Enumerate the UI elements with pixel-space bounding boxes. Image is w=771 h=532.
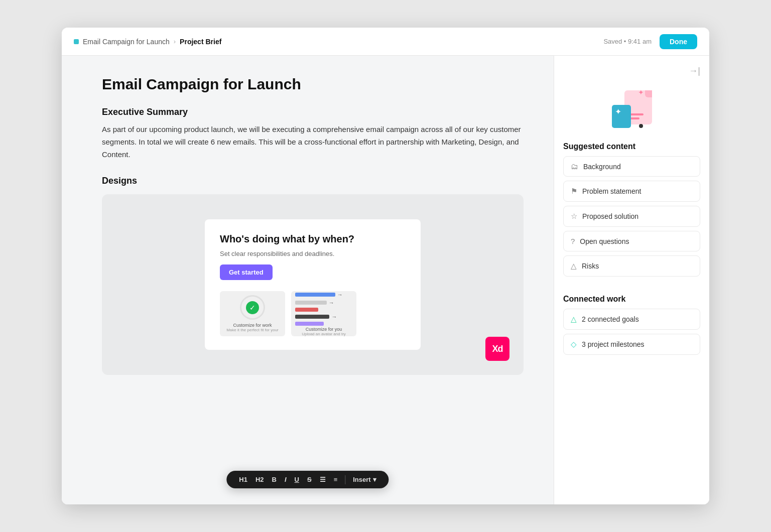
thumb2-sublabel: Upload an avatar and try — [302, 332, 346, 336]
design-card-subtext: Set clear responsibilities and deadlines… — [220, 250, 406, 257]
executive-summary-text: As part of our upcoming product launch, … — [102, 123, 524, 161]
bar-row-4: → — [295, 314, 352, 320]
thumb-check-icon: ✓ — [246, 301, 259, 314]
problem-label: Problem statement — [582, 187, 641, 195]
bar-row-1: → — [295, 292, 352, 298]
strikethrough-button[interactable]: S — [305, 475, 314, 484]
xd-badge: Xd — [485, 337, 509, 361]
bar-dark — [295, 315, 329, 319]
bullet-list-button[interactable]: ☰ — [317, 475, 328, 484]
problem-icon: ⚑ — [571, 187, 577, 196]
designs-heading: Designs — [102, 176, 524, 186]
illustration-card: ✦ — [612, 105, 631, 128]
arrow-1: → — [337, 292, 343, 298]
current-page-label: Project Brief — [180, 38, 221, 46]
h1-button[interactable]: H1 — [236, 475, 250, 484]
document-title: Email Campaign for Launch — [102, 76, 524, 93]
milestones-label: 3 project milestones — [582, 340, 645, 348]
bar-purple — [295, 322, 324, 326]
sidebar-illustration: ✦ ✦ — [563, 90, 700, 128]
executive-summary-heading: Executive Summary — [102, 107, 524, 117]
connected-work-label: Connected work — [563, 295, 700, 304]
connected-milestones-item[interactable]: ◇ 3 project milestones — [563, 334, 700, 355]
proposed-icon: ☆ — [571, 212, 577, 221]
illustration-doc-corner — [645, 90, 652, 97]
design-card-heading: Who's doing what by when? — [220, 233, 406, 245]
body: Email Campaign for Launch Executive Summ… — [62, 56, 709, 504]
sidebar-item-open-questions[interactable]: ? Open questions — [563, 231, 700, 251]
milestones-icon: ◇ — [571, 340, 577, 349]
ordered-list-button[interactable]: ≡ — [331, 475, 340, 484]
bar-gray — [295, 301, 327, 305]
bar-row-2: → — [295, 300, 352, 306]
saved-status: Saved • 9:41 am — [603, 38, 652, 45]
illustration-dot — [639, 124, 643, 128]
connected-work-section: Connected work △ 2 connected goals ◇ 3 p… — [563, 295, 700, 359]
illustration-container: ✦ ✦ — [612, 90, 652, 128]
thumb-bars: → → — [295, 292, 352, 326]
connected-goals-item[interactable]: △ 2 connected goals — [563, 309, 700, 330]
thumb-circle-icon: ✓ — [240, 295, 265, 320]
goals-icon: △ — [571, 315, 577, 324]
risks-label: Risks — [582, 262, 599, 270]
bar-red — [295, 308, 318, 312]
suggested-content-label: Suggested content — [563, 142, 700, 151]
questions-icon: ? — [571, 237, 575, 245]
questions-label: Open questions — [580, 237, 629, 245]
toolbar-separator — [345, 475, 345, 484]
sidebar-item-proposed-solution[interactable]: ☆ Proposed solution — [563, 206, 700, 227]
arrow-3: → — [331, 314, 337, 320]
get-started-button[interactable]: Get started — [220, 264, 273, 280]
breadcrumb: Email Campaign for Launch › Project Brie… — [74, 38, 221, 46]
done-button[interactable]: Done — [660, 34, 697, 49]
thumb1-sublabel: Make it the perfect fit for your — [226, 328, 279, 332]
header: Email Campaign for Launch › Project Brie… — [62, 28, 709, 56]
project-dot — [74, 39, 79, 44]
sidebar: →| ✦ ✦ — [554, 56, 709, 504]
sidebar-item-background[interactable]: 🗂 Background — [563, 156, 700, 177]
arrow-2: → — [329, 300, 334, 306]
risks-icon: △ — [571, 261, 577, 271]
app-window: Email Campaign for Launch › Project Brie… — [62, 28, 709, 504]
sidebar-item-risks[interactable]: △ Risks — [563, 255, 700, 277]
suggested-content-section: Suggested content 🗂 Background ⚑ Problem… — [563, 142, 700, 281]
insert-button[interactable]: Insert ▾ — [350, 475, 378, 484]
sidebar-collapse-button[interactable]: →| — [689, 66, 700, 76]
header-actions: Saved • 9:41 am Done — [603, 34, 697, 49]
project-name: Email Campaign for Launch — [83, 38, 170, 46]
insert-chevron-icon: ▾ — [373, 476, 376, 483]
bar-blue — [295, 293, 335, 297]
formatting-toolbar: H1 H2 B I U S ☰ ≡ Insert ▾ — [226, 471, 389, 488]
italic-button[interactable]: I — [282, 475, 289, 484]
goals-label: 2 connected goals — [582, 315, 639, 323]
design-card: Who's doing what by when? Set clear resp… — [102, 194, 524, 375]
background-label: Background — [583, 163, 621, 171]
breadcrumb-separator: › — [174, 38, 176, 45]
thumb1-label: Customize for work — [233, 323, 272, 328]
bar-row-5 — [295, 322, 352, 326]
thumb2-label: Customize for you — [306, 327, 342, 332]
background-icon: 🗂 — [571, 162, 578, 171]
thumb-customize-work: ✓ Customize for work Make it the perfect… — [220, 291, 285, 336]
design-inner-card: Who's doing what by when? Set clear resp… — [205, 219, 421, 350]
design-thumbnails: ✓ Customize for work Make it the perfect… — [220, 291, 406, 336]
h2-button[interactable]: H2 — [253, 475, 267, 484]
main-content: Email Campaign for Launch Executive Summ… — [62, 56, 554, 504]
sidebar-item-problem-statement[interactable]: ⚑ Problem statement — [563, 181, 700, 202]
thumb-customize-you: → → — [291, 291, 356, 336]
insert-label: Insert — [353, 476, 370, 483]
designs-section: Designs Who's doing what by when? Set cl… — [102, 176, 524, 375]
proposed-label: Proposed solution — [582, 212, 638, 220]
underline-button[interactable]: U — [292, 475, 302, 484]
sparkle-icon: ✦ — [638, 88, 644, 96]
bold-button[interactable]: B — [270, 475, 279, 484]
bar-row-3 — [295, 308, 352, 312]
star-icon: ✦ — [615, 107, 621, 116]
